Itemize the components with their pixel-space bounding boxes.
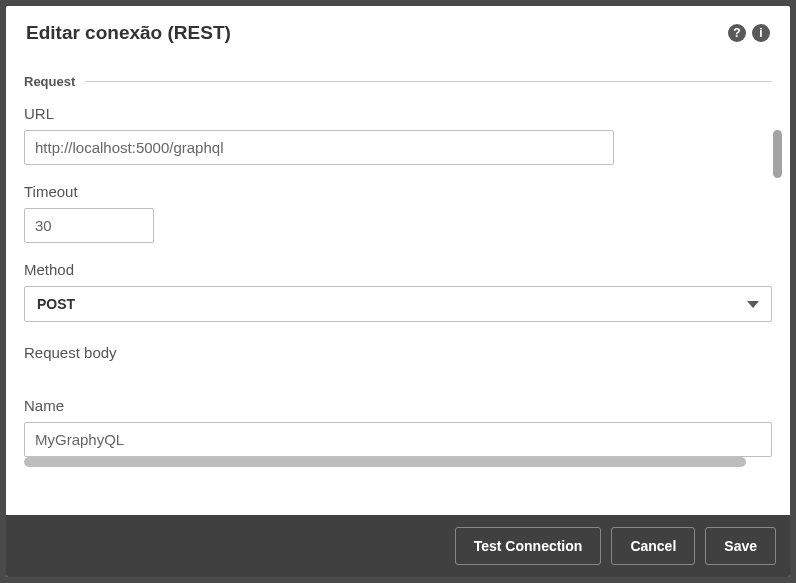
cancel-button[interactable]: Cancel <box>611 527 695 565</box>
timeout-label: Timeout <box>24 183 772 200</box>
url-input[interactable] <box>24 130 614 165</box>
dialog-header: Editar conexão (REST) ? i <box>6 6 790 56</box>
request-body-label: Request body <box>24 344 772 361</box>
section-divider <box>85 81 772 82</box>
method-label: Method <box>24 261 772 278</box>
section-label: Request <box>24 74 85 89</box>
save-button[interactable]: Save <box>705 527 776 565</box>
url-label: URL <box>24 105 772 122</box>
dialog-footer: Test Connection Cancel Save <box>6 515 790 577</box>
section-request: Request <box>24 74 772 89</box>
header-icons: ? i <box>728 24 770 42</box>
timeout-input[interactable] <box>24 208 154 243</box>
name-input[interactable] <box>24 422 772 457</box>
dialog-content: Request URL Timeout Method POST Request … <box>6 56 790 515</box>
method-select[interactable]: POST <box>24 286 772 322</box>
name-label: Name <box>24 397 772 414</box>
chevron-down-icon <box>747 301 759 308</box>
test-connection-button[interactable]: Test Connection <box>455 527 602 565</box>
vertical-scrollbar[interactable] <box>773 130 782 178</box>
horizontal-scrollbar[interactable] <box>24 457 746 467</box>
dialog-title: Editar conexão (REST) <box>26 22 231 44</box>
help-icon[interactable]: ? <box>728 24 746 42</box>
method-value: POST <box>37 296 75 312</box>
edit-connection-dialog: Editar conexão (REST) ? i Request URL Ti… <box>6 6 790 577</box>
info-icon[interactable]: i <box>752 24 770 42</box>
